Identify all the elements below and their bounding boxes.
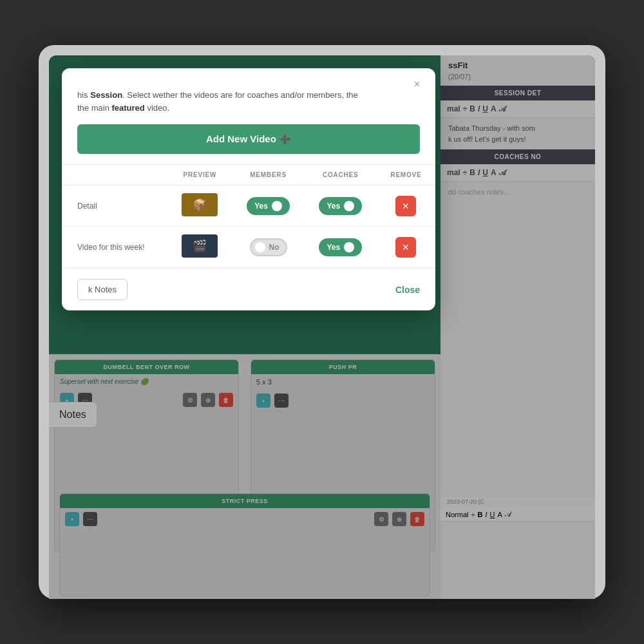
col-header-coaches: COACHES [305, 165, 377, 185]
video-table: PREVIEW MEMBERS COACHES REMOVE Detail [62, 164, 435, 268]
featured-strong: featured [111, 103, 144, 113]
coaches-toggle-yes-label-1: Yes [327, 202, 340, 211]
members-toggle-1[interactable]: Yes [247, 197, 290, 215]
notes-button[interactable]: k Notes [77, 279, 128, 300]
modal-description: his Session. Select wether the videos ar… [62, 89, 435, 124]
remove-button-2[interactable]: ✕ [395, 237, 416, 258]
screen-bezel: ssFit (20/07) SESSION DET mal ÷ B I U A … [49, 55, 595, 599]
col-header-empty [62, 165, 167, 185]
coaches-toggle-1[interactable]: Yes [319, 197, 362, 215]
coaches-knob-1 [344, 201, 354, 211]
remove-button-1[interactable]: ✕ [395, 196, 416, 216]
row1-name: Detail [62, 185, 167, 227]
row2-members[interactable]: No [232, 227, 304, 268]
coaches-toggle-yes-label-2: Yes [327, 243, 340, 252]
row1-members[interactable]: Yes [232, 185, 304, 227]
laptop-outer: ssFit (20/07) SESSION DET mal ÷ B I U A … [39, 45, 605, 599]
col-header-remove: REMOVE [377, 165, 435, 185]
modal-overlay: × his Session. Select wether the videos … [49, 55, 595, 599]
modal-header: × [62, 68, 435, 89]
coaches-toggle-2[interactable]: Yes [319, 238, 362, 256]
add-video-button[interactable]: Add New Video ➕ [77, 124, 420, 154]
modal-close-button[interactable]: × [409, 76, 425, 93]
coaches-knob-2 [344, 242, 354, 252]
table-row: Video for this week! 🎬 No [62, 227, 435, 268]
col-header-members: MEMBERS [232, 165, 304, 185]
close-button[interactable]: Close [395, 285, 420, 295]
toggle-knob-2 [255, 242, 265, 252]
row1-preview: 📦 [167, 185, 232, 227]
modal-footer: k Notes Close [62, 268, 435, 310]
row2-remove: ✕ [377, 227, 435, 268]
row2-preview: 🎬 [167, 227, 232, 268]
thumb-icon-2: 🎬 [182, 234, 218, 258]
toggle-no-label-2: No [269, 243, 279, 252]
toggle-knob-1 [272, 201, 282, 211]
row2-name: Video for this week! [62, 227, 167, 268]
thumbnail-1: 📦 [182, 193, 218, 216]
table-row: Detail 📦 Yes [62, 185, 435, 227]
col-header-preview: PREVIEW [167, 165, 232, 185]
members-toggle-2[interactable]: No [250, 238, 287, 256]
thumbnail-2: 🎬 [182, 234, 218, 258]
row1-remove: ✕ [377, 185, 435, 227]
row2-coaches[interactable]: Yes [305, 227, 377, 268]
row1-coaches[interactable]: Yes [305, 185, 377, 227]
thumb-icon-1: 📦 [182, 193, 218, 216]
session-strong: Session [90, 90, 122, 100]
video-modal: × his Session. Select wether the videos … [62, 68, 435, 310]
laptop-screen: ssFit (20/07) SESSION DET mal ÷ B I U A … [49, 55, 595, 599]
toggle-yes-label-1: Yes [254, 202, 268, 211]
